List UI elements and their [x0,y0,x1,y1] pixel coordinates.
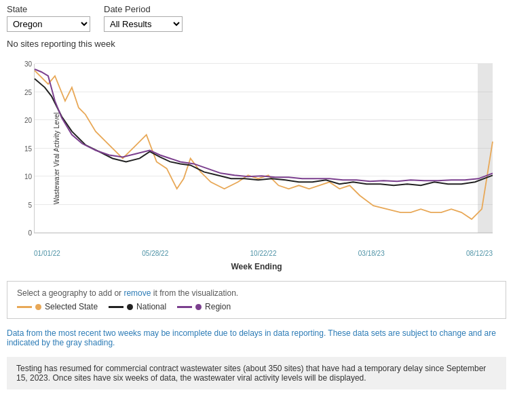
legend-region-icon [177,306,192,308]
legend-national-icon [109,306,124,308]
national-line [35,79,493,185]
x-axis-labels: 01/01/22 05/28/22 10/22/22 03/18/23 08/1… [34,250,493,257]
x-tick-3: 10/22/22 [250,250,277,257]
x-tick-4: 03/18/23 [358,250,385,257]
legend-items: Selected State National Region [17,302,496,311]
legend-state-dot [35,304,41,310]
state-control: State Oregon AlabamaAlaskaArizonaArkansa… [7,4,90,32]
legend-item-region[interactable]: Region [177,302,231,311]
state-label: State [7,4,90,14]
region-line [35,69,493,181]
selected-state-line [35,71,493,219]
legend-item-state[interactable]: Selected State [17,302,98,311]
legend-box: Select a geography to add or remove it f… [7,281,506,319]
date-period-select[interactable]: All Results Last 4 Weeks Last 8 Weeks La… [104,16,183,32]
no-sites-message: No sites reporting this week [0,36,513,50]
top-controls: State Oregon AlabamaAlaskaArizonaArkansa… [0,0,513,36]
notice-text: Testing has resumed for commercial contr… [16,364,486,383]
x-tick-1: 01/01/22 [34,250,60,257]
x-tick-5: 08/12/23 [466,250,493,257]
notice-box: Testing has resumed for commercial contr… [7,357,506,389]
date-period-label: Date Period [104,4,183,14]
chart-container: Wastewater Viral Activity Level 0 5 10 1… [7,57,506,261]
remove-link[interactable]: remove [124,288,151,298]
legend-state-icon [17,306,32,308]
legend-region-label: Region [205,302,231,311]
state-select[interactable]: Oregon AlabamaAlaskaArizonaArkansas Cali… [7,16,90,32]
legend-item-national[interactable]: National [109,302,166,311]
chart-svg [35,64,493,233]
chart-inner: 0 5 10 15 20 25 30 [34,64,493,233]
legend-instruction: Select a geography to add or remove it f… [17,288,496,298]
date-period-control: Date Period All Results Last 4 Weeks Las… [104,4,183,32]
legend-region-dot [195,304,202,310]
disclaimer: Data from the most recent two weeks may … [0,324,513,351]
legend-state-label: Selected State [45,302,98,311]
x-tick-2: 05/28/22 [142,250,168,257]
legend-national-dot [127,304,133,310]
chart-area: Wastewater Viral Activity Level 0 5 10 1… [0,50,513,275]
x-axis-title: Week Ending [7,261,506,275]
legend-national-label: National [136,302,166,311]
